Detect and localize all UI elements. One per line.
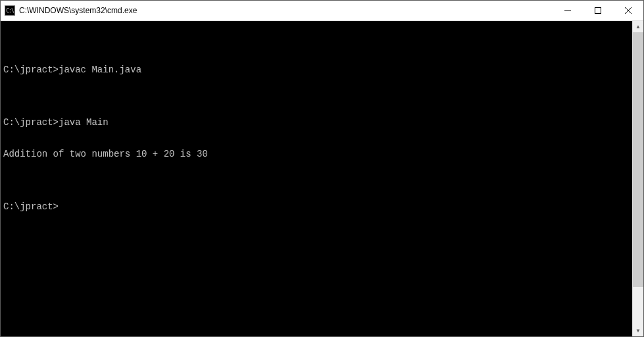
minimize-button[interactable] [553,1,583,20]
maximize-button[interactable] [583,1,613,20]
terminal-content[interactable]: C:\jpract>javac Main.java C:\jpract>java… [1,21,632,336]
terminal-area: C:\jpract>javac Main.java C:\jpract>java… [1,21,643,336]
terminal-line: Addition of two numbers 10 + 20 is 30 [3,149,630,159]
chevron-up-icon: ▲ [635,24,641,30]
terminal-line: C:\jpract>java Main [3,117,630,128]
cmd-icon: C:\ [5,5,15,16]
scroll-track[interactable] [633,32,643,325]
scroll-thumb[interactable] [633,32,643,287]
terminal-line: C:\jpract>javac Main.java [3,65,630,75]
titlebar-left: C:\ C:\WINDOWS\system32\cmd.exe [1,5,137,16]
titlebar[interactable]: C:\ C:\WINDOWS\system32\cmd.exe [1,1,643,21]
scroll-down-button[interactable]: ▼ [633,325,643,336]
cmd-window: C:\ C:\WINDOWS\system32\cmd.exe [0,0,644,337]
chevron-down-icon: ▼ [635,328,641,334]
svg-rect-1 [595,8,601,14]
window-title: C:\WINDOWS\system32\cmd.exe [19,6,137,15]
scroll-up-button[interactable]: ▲ [633,21,643,32]
titlebar-controls [553,1,643,20]
maximize-icon [595,7,601,14]
close-icon [625,7,632,14]
close-button[interactable] [613,1,643,20]
minimize-icon [564,7,571,14]
vertical-scrollbar[interactable]: ▲ ▼ [632,21,643,336]
terminal-line: C:\jpract> [3,201,630,212]
